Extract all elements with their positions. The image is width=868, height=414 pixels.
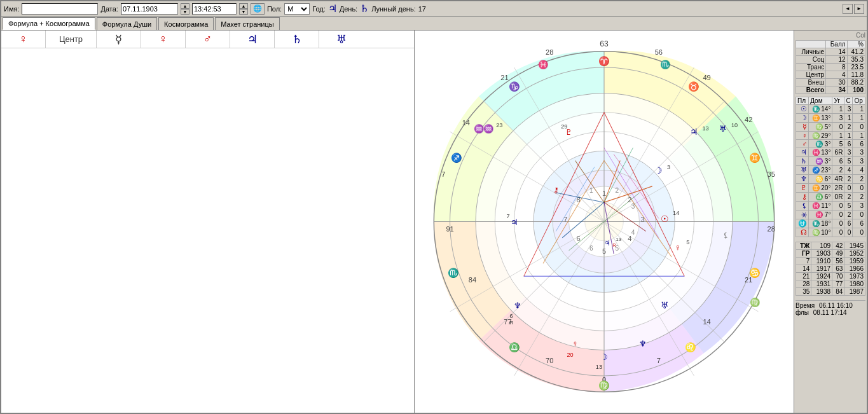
age-row-28: 28 1931 77 1980 (796, 280, 865, 288)
lunar-label: Лунный день: (371, 5, 416, 13)
col-header-center: Центр (46, 31, 97, 48)
stat-pct-outer: 88.2 (847, 79, 865, 86)
age-row-14: 14 1917 63 1966 (796, 265, 865, 273)
stat-pct-trans: 23.5 (847, 64, 865, 71)
year-label: Год: (312, 5, 326, 13)
age-row-tj: ТЖ 109 42 1945 (796, 242, 865, 250)
summary-table: Балл % Личные 14 41.2 Соц 12 35.3 Транс … (796, 40, 865, 94)
svg-text:♎: ♎ (509, 342, 520, 353)
stat-label-total: Всего (796, 86, 826, 94)
svg-text:♅: ♅ (661, 300, 669, 310)
svg-text:☽: ☽ (654, 165, 663, 176)
ph-or: Ор (853, 97, 865, 105)
svg-text:5: 5 (602, 247, 606, 255)
svg-text:29: 29 (561, 123, 567, 130)
pr-moon: ☽♊ 13°311 (796, 114, 865, 123)
svg-text:1: 1 (589, 187, 593, 194)
svg-text:70: 70 (546, 357, 553, 364)
stat-header-pct: % (847, 41, 865, 48)
age-v3-28: 1980 (844, 280, 865, 288)
pr-pluto: ♇♊ 20°2R00 (796, 184, 865, 193)
col-header-saturn: ♄ (275, 31, 319, 48)
svg-text:♍: ♍ (750, 297, 761, 308)
time-up[interactable]: ▲ (239, 3, 248, 9)
svg-text:6: 6 (589, 245, 593, 252)
age-v3-35: 1987 (844, 288, 865, 296)
nav-left[interactable]: ◄ (843, 4, 853, 14)
nav-arrows: ◄ ► (843, 4, 864, 14)
age-row-7: 7 1910 56 1959 (796, 258, 865, 265)
gender-select[interactable]: М Ж (284, 3, 310, 15)
svg-text:63: 63 (600, 39, 609, 48)
age-label-7: 7 (796, 258, 811, 265)
stat-label-center: Центр (796, 71, 826, 79)
age-v3-21: 1973 (844, 273, 865, 280)
svg-text:♉: ♉ (688, 81, 699, 92)
svg-text:1: 1 (602, 190, 606, 197)
pr-sun: ☉♏ 14°131 (796, 105, 865, 114)
main-window: Имя: Дата: ▲ ▼ ▲ ▼ 🌐 Пол: М Ж Год: ♃ Ден… (0, 0, 868, 414)
pr-lilith: ⚸♓ 11°053 (796, 202, 865, 210)
col-header-jupiter: ♃ (230, 31, 275, 48)
stat-label-trans: Транс (796, 64, 826, 71)
ph-angle: Уг (832, 97, 844, 105)
ph-c: С (844, 97, 853, 105)
age-label-21: 21 (796, 273, 811, 280)
tab-formula-soul[interactable]: Формула Души (97, 17, 157, 30)
svg-text:20: 20 (567, 352, 573, 358)
time-section: Время 06.11 16:10 флы 08.11 17:14 (796, 300, 865, 316)
svg-text:5: 5 (686, 239, 689, 245)
time-value: 06.11 16:10 (819, 302, 853, 309)
svg-text:♐: ♐ (451, 152, 462, 163)
age-row-35: 35 1938 84 1987 (796, 288, 865, 296)
tab-cosmo[interactable]: Космограмма (158, 17, 214, 30)
age-v2-21: 70 (832, 273, 844, 280)
day-label: День: (340, 5, 357, 13)
stat-val-soc: 12 (826, 56, 847, 64)
date-input[interactable] (121, 3, 178, 15)
svg-text:3: 3 (667, 164, 670, 170)
svg-text:2: 2 (615, 187, 619, 194)
stat-row-total: Всего 34 100 (796, 86, 865, 94)
age-v1-28: 1931 (811, 280, 832, 288)
svg-text:♌: ♌ (685, 342, 696, 353)
nav-right[interactable]: ► (854, 4, 864, 14)
time-input[interactable] (192, 3, 237, 15)
col-label: Col (796, 32, 865, 39)
date-label: Дата: (100, 5, 118, 13)
stat-row-personal: Личные 14 41.2 (796, 48, 865, 56)
stat-row-trans: Транс 8 23.5 (796, 64, 865, 71)
svg-text:♍: ♍ (598, 380, 610, 391)
stat-val-personal: 14 (826, 48, 847, 56)
globe-button[interactable]: 🌐 (251, 3, 265, 15)
time-down[interactable]: ▼ (239, 9, 248, 15)
pr-mercury: ☿♍ 5°020 (796, 123, 865, 132)
name-input[interactable] (22, 3, 98, 15)
svg-text:84: 84 (469, 276, 476, 284)
col-header-venus: ♀ (1, 31, 46, 48)
stat-pct-center: 11.8 (847, 71, 865, 79)
time-spinner[interactable]: ▲ ▼ (239, 3, 248, 15)
astro-chart: 1 2 3 4 5 6 7 8 1 2 3 4 5 6 63 56 49 42 (415, 31, 794, 413)
time-row: Время 06.11 16:10 (796, 302, 865, 309)
tab-formula-cosmo[interactable]: Формула + Космограмма (3, 17, 95, 30)
age-v2-tj: 42 (832, 242, 844, 250)
stat-label-soc: Соц (796, 56, 826, 64)
svg-text:14: 14 (673, 210, 679, 216)
col-header-venus2: ♀ (141, 31, 186, 48)
date-down[interactable]: ▼ (181, 9, 189, 15)
stat-label-personal: Личные (796, 48, 826, 56)
stat-header-ball: Балл (826, 41, 847, 48)
svg-text:♏: ♏ (448, 267, 459, 279)
svg-text:3: 3 (641, 216, 645, 223)
date-spinner[interactable]: ▲ ▼ (181, 3, 189, 15)
svg-text:♃: ♃ (511, 217, 518, 227)
svg-text:♑: ♑ (509, 81, 520, 92)
svg-text:♏: ♏ (660, 59, 671, 70)
svg-text:♋: ♋ (749, 267, 761, 279)
svg-text:56: 56 (655, 48, 663, 56)
age-v1-14: 1917 (811, 265, 832, 273)
date-up[interactable]: ▲ (181, 3, 189, 9)
tab-page-layout[interactable]: Макет страницы (215, 17, 279, 30)
svg-text:6: 6 (510, 313, 513, 319)
